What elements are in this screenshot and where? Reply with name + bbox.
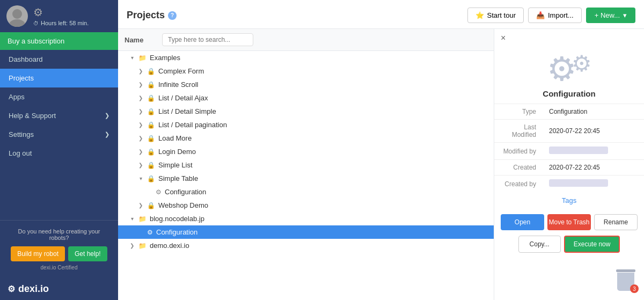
lock-icon-list-detail-simple: 🔒 [147, 108, 155, 115]
open-button[interactable]: Open [501, 214, 544, 230]
move-to-trash-button[interactable]: Move to Trash [547, 214, 591, 230]
sidebar-item-help-support[interactable]: Help & Support ❯ [0, 106, 118, 125]
execute-now-button[interactable]: Execute now [564, 236, 620, 253]
chevron-right-icon-settings: ❯ [105, 131, 109, 138]
logo-text: dexi.io [18, 283, 49, 295]
start-tour-button[interactable]: ⭐ Start tour [467, 8, 524, 23]
get-help-button[interactable]: Get help! [68, 246, 107, 261]
sidebar-item-label-settings: Settings [9, 130, 34, 138]
tree-item-blog-nocodelab[interactable]: ▾ 📁 blog.nocodelab.jp [118, 212, 494, 225]
help-buttons: Build my robot Get help! [8, 246, 111, 261]
chevron-right-icon-infinite-scroll: ❯ [137, 82, 144, 87]
tree-item-demo-dexi[interactable]: ❯ 📁 demo.dexi.io [118, 239, 494, 252]
sidebar-logo: ⚙ dexi.io [0, 278, 118, 300]
sidebar-header: ⚙ ⏱ Hours left: 58 min. [0, 0, 118, 32]
chevron-right-icon-list-detail-pagination: ❯ [137, 122, 144, 128]
detail-panel: × ⚙ ⚙ Configuration Type Configuration L… [494, 29, 644, 300]
close-button[interactable]: × [494, 29, 644, 47]
sidebar-nav: Dashboard Projects Apps Help & Support ❯… [0, 50, 118, 220]
detail-table: Type Configuration Last Modified 2020-07… [494, 104, 644, 192]
tree-item-simple-list[interactable]: ❯ 🔒 Simple List [118, 158, 494, 172]
tree-item-examples[interactable]: ▾ 📁 Examples [118, 51, 494, 64]
folder-icon-demo: 📁 [138, 242, 147, 250]
svg-point-0 [12, 9, 22, 19]
tree-item-blog-configuration[interactable]: ⚙ Configuration [118, 225, 494, 239]
logo-icon: ⚙ [8, 284, 15, 294]
svg-point-1 [9, 19, 25, 27]
tree-item-complex-form[interactable]: ❯ 🔒 Complex Form [118, 64, 494, 78]
copy-button[interactable]: Copy... [518, 236, 561, 253]
trash-corner[interactable]: 3 [614, 267, 638, 294]
detail-row-modified-by: Modified by [494, 143, 644, 160]
tree-item-examples-configuration[interactable]: ⚙ Configuration [118, 185, 494, 199]
gear-graphic: ⚙ ⚙ [547, 53, 592, 86]
projects-body: Name ▾ 📁 Examples ❯ 🔒 Complex Form ❯ 🔒 I… [118, 29, 644, 300]
tree-item-list-detail-ajax[interactable]: ❯ 🔒 List / Detail Ajax [118, 91, 494, 105]
chevron-down-icon: ▾ [623, 11, 627, 19]
buy-subscription-button[interactable]: Buy a subscription [0, 32, 118, 50]
rename-button[interactable]: Rename [594, 214, 638, 230]
detail-image: ⚙ ⚙ [494, 47, 644, 86]
help-circle-icon[interactable]: ? [168, 11, 177, 20]
hours-left: ⏱ Hours left: 58 min. [33, 20, 112, 26]
tree-item-infinite-scroll[interactable]: ❯ 🔒 Infinite Scroll [118, 78, 494, 91]
gear-icon-examples-config: ⚙ [156, 188, 162, 196]
tree-item-load-more[interactable]: ❯ 🔒 Load More [118, 131, 494, 145]
tree-item-list-detail-simple[interactable]: ❯ 🔒 List / Detail Simple [118, 105, 494, 118]
chevron-right-icon: ❯ [105, 112, 109, 119]
sidebar-item-label-logout: Log out [9, 149, 32, 157]
header-actions: ⭐ Start tour 📥 Import... + New... ▾ [467, 8, 635, 23]
tree-item-webshop-demo[interactable]: ❯ 🔒 Webshop Demo [118, 199, 494, 212]
created-by-label: Created by [494, 175, 543, 193]
created-by-value [543, 175, 644, 193]
modified-by-label: Modified by [494, 143, 543, 160]
sidebar-item-projects[interactable]: Projects [0, 69, 118, 87]
user-menu-icon[interactable]: ⚙ [33, 6, 112, 19]
sidebar-item-apps[interactable]: Apps [0, 87, 118, 106]
lock-icon-load-more: 🔒 [147, 135, 155, 142]
tree-item-list-detail-pagination[interactable]: ❯ 🔒 List / Detail pagination [118, 118, 494, 131]
lock-icon-simple-table: 🔒 [147, 175, 155, 182]
new-button[interactable]: + New... ▾ [586, 8, 635, 23]
import-icon: 📥 [536, 11, 545, 19]
search-input[interactable] [162, 33, 253, 46]
detail-actions-row2: Copy... Execute now [494, 236, 644, 258]
trash-lid [616, 269, 635, 272]
main-content: Projects ? ⭐ Start tour 📥 Import... + Ne… [118, 0, 644, 300]
tree-item-simple-table[interactable]: ▾ 🔒 Simple Table [118, 172, 494, 185]
certified-label: dexi.io Certified [8, 265, 111, 270]
tree-name-col: Name [125, 36, 157, 44]
trash-body: 3 [617, 273, 634, 291]
import-button[interactable]: 📥 Import... [528, 8, 582, 23]
tree-panel: Name ▾ 📁 Examples ❯ 🔒 Complex Form ❯ 🔒 I… [118, 29, 494, 300]
chevron-right-icon-demo: ❯ [129, 243, 135, 248]
sidebar-item-label-dashboard: Dashboard [9, 55, 43, 63]
avatar[interactable] [6, 5, 28, 27]
detail-row-type: Type Configuration [494, 104, 644, 120]
gear-small-icon: ⚙ [572, 53, 592, 75]
last-modified-label: Last Modified [494, 120, 543, 143]
sidebar-item-label-help-support: Help & Support [9, 112, 56, 120]
chevron-down-icon-simple-table: ▾ [137, 175, 144, 181]
build-robot-button[interactable]: Build my robot [11, 246, 65, 261]
last-modified-value: 2020-07-22 20:45 [543, 120, 644, 143]
sidebar-item-logout[interactable]: Log out [0, 144, 118, 163]
tags-link[interactable]: Tags [494, 192, 644, 209]
lock-icon-login-demo: 🔒 [147, 148, 155, 156]
created-value: 2020-07-22 20:45 [543, 160, 644, 175]
lock-icon-simple-list: 🔒 [147, 162, 155, 169]
sidebar-item-dashboard[interactable]: Dashboard [0, 50, 118, 69]
modified-by-value [543, 143, 644, 160]
folder-icon-examples: 📁 [138, 54, 147, 62]
chevron-right-icon-login-demo: ❯ [137, 149, 144, 155]
chevron-down-icon-blog: ▾ [129, 216, 135, 222]
chevron-right-icon-webshop: ❯ [137, 202, 144, 208]
sidebar-item-settings[interactable]: Settings ❯ [0, 125, 118, 144]
type-value: Configuration [543, 104, 644, 120]
created-label: Created [494, 160, 543, 175]
chevron-right-icon-simple-list: ❯ [137, 162, 144, 168]
user-info: ⚙ ⏱ Hours left: 58 min. [33, 6, 112, 26]
lock-icon-list-detail-pagination: 🔒 [147, 121, 155, 129]
chevron-right-icon-complex-form: ❯ [137, 68, 144, 74]
tree-item-login-demo[interactable]: ❯ 🔒 Login Demo [118, 145, 494, 158]
